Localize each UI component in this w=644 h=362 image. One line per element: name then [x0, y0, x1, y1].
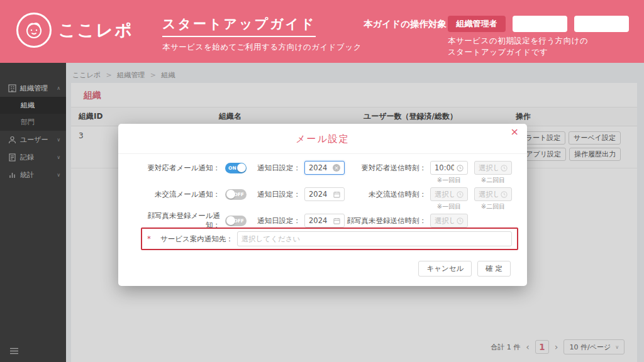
notify-date-label: 通知日設定： — [247, 216, 301, 226]
attention-notify-date-input[interactable]: 2024 × — [304, 161, 345, 175]
no-interaction-send-time-label: 未交流送信時刻： — [345, 190, 426, 199]
no-photo-notify-date-input[interactable]: 2024 — [304, 214, 345, 228]
second-time-note: ※二回目 — [474, 176, 512, 185]
attention-mail-label: 要対応者メール通知： — [136, 163, 220, 173]
clock-icon — [457, 165, 464, 172]
toggle-knob — [226, 216, 235, 225]
select-placeholder: 選択してください — [242, 234, 508, 244]
no-interaction-notify-date-input[interactable]: 2024 — [304, 187, 345, 201]
role-button-blank-1[interactable] — [513, 16, 567, 32]
app-logo: ここレポ — [16, 13, 133, 48]
toggle-knob — [226, 190, 235, 199]
logo-text: ここレポ — [58, 19, 133, 41]
attention-send-time-label: 要対応者送信時刻： — [345, 163, 426, 173]
no-photo-send-time-label: 顔写真未登録送信時刻： — [345, 216, 426, 226]
guide-title: スタートアップガイド — [162, 15, 316, 37]
time-placeholder: 選択して… — [435, 190, 454, 199]
clock-icon — [457, 191, 464, 198]
date-value: 2024 — [309, 190, 331, 199]
date-value: 2024 — [309, 163, 330, 172]
row-attention-notes: ※一回目 ※二回目 — [136, 177, 512, 184]
role-button-blank-2[interactable] — [574, 16, 629, 32]
role-button-org-admin[interactable]: 組織管理者 — [448, 16, 506, 32]
time-placeholder: 選択して… — [435, 216, 454, 226]
guide-target-label: 本ガイドの操作対象 — [364, 18, 447, 30]
notify-date-label: 通知日設定： — [247, 190, 301, 199]
app-screen: ここレポ スタートアップガイド 本サービスを始めてご利用する方向けのガイドブック… — [0, 0, 644, 362]
toggle-off-text: OFF — [233, 218, 244, 224]
service-notice-select[interactable]: 選択してください — [237, 231, 512, 246]
guide-description-line2: スタートアップガイドです — [448, 47, 588, 58]
modal-title: メール設定 — [118, 124, 527, 145]
modal-divider — [118, 153, 527, 154]
no-interaction-send-time-input-1[interactable]: 選択して… — [430, 187, 468, 201]
clock-icon — [501, 165, 508, 172]
clock-icon — [457, 217, 464, 224]
modal-footer: キャンセル 確 定 — [418, 261, 511, 277]
calendar-icon — [333, 191, 340, 198]
attention-mail-toggle[interactable]: ON — [225, 163, 247, 173]
row-attention-mail: 要対応者メール通知： ON 通知日設定： 2024 × 要対応者送信時刻： 10… — [136, 160, 512, 175]
confirm-button[interactable]: 確 定 — [477, 261, 511, 277]
mail-settings-modal: × メール設定 要対応者メール通知： ON 通知日設定： 2024 × 要対応者… — [118, 124, 527, 286]
close-icon[interactable]: × — [511, 127, 519, 137]
no-photo-mail-toggle[interactable]: OFF — [225, 216, 247, 226]
header-banner: ここレポ スタートアップガイド 本サービスを始めてご利用する方向けのガイドブック… — [0, 0, 644, 63]
toggle-off-text: OFF — [233, 192, 244, 197]
toggle-on-text: ON — [228, 165, 236, 171]
time-placeholder: 選択して… — [479, 163, 498, 173]
time-placeholder: 選択して… — [479, 190, 498, 199]
guide-description: 本サービスの初期設定を行う方向けの スタートアップガイドです — [448, 35, 588, 58]
row-no-interaction-notes: ※一回目 ※二回目 — [136, 203, 512, 211]
no-interaction-mail-label: 未交流メール通知： — [136, 190, 220, 199]
notify-date-label: 通知日設定： — [247, 163, 301, 173]
guide-description-line1: 本サービスの初期設定を行う方向けの — [448, 35, 588, 47]
calendar-icon — [333, 217, 340, 224]
clear-icon[interactable]: × — [333, 164, 340, 172]
required-mark: * — [147, 234, 151, 243]
role-buttons: 組織管理者 — [448, 16, 629, 32]
row-no-photo-mail: 顔写真未登録メール通知： OFF 通知日設定： 2024 顔写真未登録送信時刻：… — [136, 213, 512, 228]
second-time-note: ※二回目 — [474, 202, 512, 211]
time-value: 10:00 — [435, 163, 454, 172]
attention-send-time-input-1[interactable]: 10:00 — [430, 161, 468, 175]
logo-mascot-icon — [16, 13, 52, 48]
clock-icon — [501, 191, 508, 198]
no-interaction-mail-toggle[interactable]: OFF — [225, 189, 247, 200]
no-interaction-send-time-input-2[interactable]: 選択して… — [474, 187, 512, 201]
attention-send-time-input-2[interactable]: 選択して… — [474, 161, 512, 175]
first-time-note: ※一回目 — [430, 176, 468, 185]
guide-subtitle: 本サービスを始めてご利用する方向けのガイドブック — [162, 42, 362, 53]
no-photo-send-time-input[interactable]: 選択して… — [430, 214, 468, 228]
date-value: 2024 — [309, 216, 331, 225]
first-time-note: ※一回目 — [430, 202, 468, 211]
cancel-button[interactable]: キャンセル — [418, 261, 472, 277]
toggle-knob — [237, 163, 246, 172]
row-no-interaction-mail: 未交流メール通知： OFF 通知日設定： 2024 未交流送信時刻： 選択して…… — [136, 187, 512, 202]
service-notice-label: サービス案内通知先： — [153, 234, 233, 244]
service-notice-annotation-box: * サービス案内通知先： 選択してください — [141, 228, 518, 250]
guide-title-block: スタートアップガイド 本サービスを始めてご利用する方向けのガイドブック — [162, 15, 362, 53]
